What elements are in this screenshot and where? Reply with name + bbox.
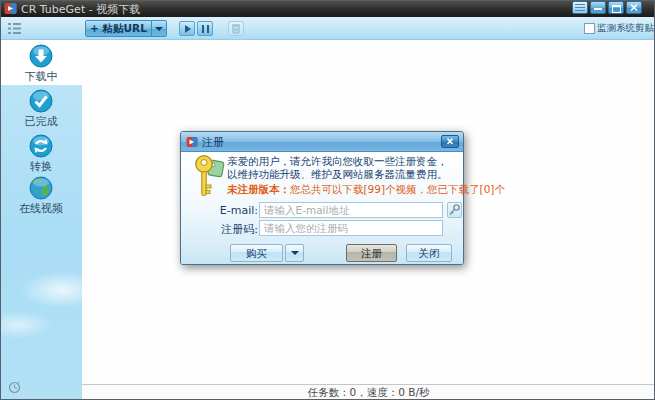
- sidebar-item-label: 已完成: [0, 114, 82, 129]
- dialog-warning: 未注册版本：您总共可以下载[99]个视频，您已下载了[0]个: [227, 183, 457, 197]
- warning-text: 您总共可以下载[99]个视频，您已下载了[0]个: [290, 183, 505, 195]
- window-titlebar: CR TubeGet - 视频下载: [0, 0, 655, 17]
- dialog-body: 亲爱的用户，请允许我向您收取一些注册资金，以维持功能升级、维护及网站服务器流量费…: [181, 152, 463, 264]
- play-icon[interactable]: [179, 21, 195, 36]
- trash-icon[interactable]: [228, 21, 244, 36]
- register-dialog: 注册 亲爱的用户，请允许我向您收取一些注册资金，以维持功能升级、维护及网站服务器…: [180, 131, 464, 265]
- paste-dropdown-icon[interactable]: [151, 20, 167, 37]
- key-button-icon[interactable]: [447, 202, 462, 218]
- minimize-icon[interactable]: [590, 1, 606, 14]
- key-art-icon: [194, 154, 226, 200]
- window-title: CR TubeGet - 视频下载: [21, 2, 140, 17]
- maximize-icon[interactable]: [608, 1, 624, 14]
- email-field[interactable]: [259, 202, 443, 218]
- email-label: E-mail:: [218, 204, 258, 217]
- sidebar-item-label: 在线视频: [0, 201, 82, 216]
- buy-button[interactable]: 购买: [230, 244, 283, 262]
- close-button[interactable]: 关闭: [406, 244, 452, 262]
- register-button[interactable]: 注册: [346, 244, 397, 262]
- regcode-field[interactable]: [259, 220, 443, 236]
- pause-icon[interactable]: [197, 21, 213, 36]
- sidebar-item-online-videos[interactable]: 在线视频: [0, 172, 82, 218]
- warning-prefix: 未注册版本：: [227, 183, 290, 195]
- close-icon[interactable]: [626, 1, 642, 14]
- check-icon: [29, 89, 53, 113]
- status-bar: 任务数：0，速度：0 B/秒: [82, 384, 655, 400]
- sidebar: 下载中 已完成 转换 在线视频: [0, 40, 82, 400]
- grid-icon[interactable]: [8, 22, 21, 35]
- sidebar-item-convert[interactable]: 转换: [0, 130, 82, 172]
- app-icon: [4, 2, 17, 15]
- toolbar: + 粘贴URL 监测系统剪贴板: [0, 17, 655, 40]
- regcode-label: 注册码:: [218, 222, 258, 237]
- menu-icon[interactable]: [572, 1, 588, 14]
- dialog-close-icon[interactable]: [441, 135, 459, 148]
- sidebar-item-downloading[interactable]: 下载中: [0, 40, 82, 85]
- dialog-message: 亲爱的用户，请允许我向您收取一些注册资金，以维持功能升级、维护及网站服务器流量费…: [227, 155, 455, 181]
- dialog-titlebar[interactable]: 注册: [181, 132, 463, 152]
- clock-icon[interactable]: [8, 381, 21, 394]
- download-icon: [29, 44, 53, 68]
- sidebar-item-completed[interactable]: 已完成: [0, 85, 82, 130]
- clipboard-monitor-label: 监测系统剪贴板: [597, 22, 655, 35]
- convert-icon: [29, 134, 53, 158]
- status-text: 任务数：0，速度：0 B/秒: [82, 386, 655, 400]
- dialog-title: 注册: [202, 135, 224, 150]
- buy-dropdown-icon[interactable]: [285, 244, 304, 262]
- clipboard-monitor-checkbox[interactable]: [584, 23, 595, 34]
- sidebar-item-label: 下载中: [0, 69, 82, 84]
- dialog-icon: [186, 136, 198, 148]
- globe-icon: [29, 176, 53, 200]
- paste-url-button[interactable]: + 粘贴URL: [85, 20, 152, 37]
